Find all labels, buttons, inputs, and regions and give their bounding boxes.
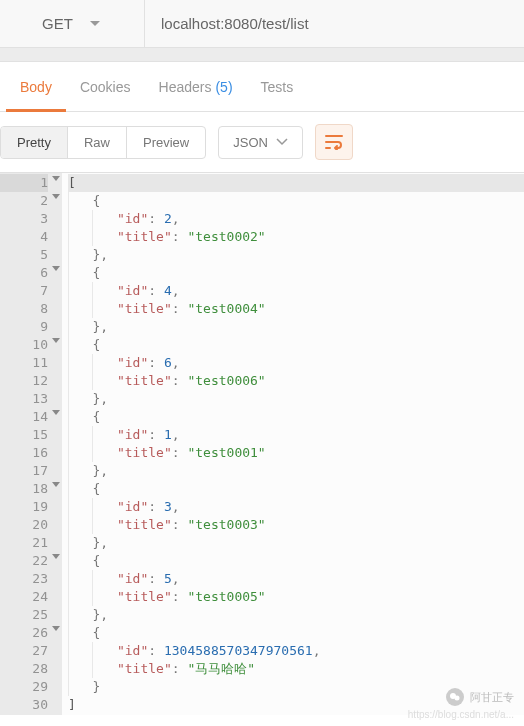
code-line: { bbox=[68, 624, 524, 642]
line-number: 6 bbox=[0, 264, 48, 282]
view-options-row: Pretty Raw Preview JSON bbox=[0, 112, 524, 173]
line-number: 15 bbox=[0, 426, 48, 444]
code-line: { bbox=[68, 552, 524, 570]
view-mode-group: Pretty Raw Preview bbox=[0, 126, 206, 159]
response-body: 1234567891011121314151617181920212223242… bbox=[0, 173, 524, 715]
code-line: }, bbox=[68, 462, 524, 480]
fold-icon[interactable] bbox=[52, 482, 60, 487]
code-line: "title": "test0006" bbox=[68, 372, 524, 390]
line-number: 9 bbox=[0, 318, 48, 336]
request-url-input[interactable]: localhost:8080/test/list bbox=[145, 0, 524, 47]
chevron-down-icon bbox=[89, 20, 101, 28]
line-number: 29 bbox=[0, 678, 48, 696]
code-line: { bbox=[68, 480, 524, 498]
chevron-down-icon bbox=[276, 138, 288, 146]
code-line: "id": 3, bbox=[68, 498, 524, 516]
line-number: 7 bbox=[0, 282, 48, 300]
code-line: "title": "test0004" bbox=[68, 300, 524, 318]
line-number: 16 bbox=[0, 444, 48, 462]
fold-icon[interactable] bbox=[52, 626, 60, 631]
line-number: 13 bbox=[0, 390, 48, 408]
http-method-label: GET bbox=[42, 15, 73, 32]
code-line: [ bbox=[68, 174, 524, 192]
code-line: }, bbox=[68, 390, 524, 408]
fold-icon[interactable] bbox=[52, 266, 60, 271]
pretty-button[interactable]: Pretty bbox=[1, 127, 68, 158]
line-number: 22 bbox=[0, 552, 48, 570]
line-number: 10 bbox=[0, 336, 48, 354]
tab-tests-label: Tests bbox=[261, 79, 294, 95]
line-number: 28 bbox=[0, 660, 48, 678]
raw-button[interactable]: Raw bbox=[68, 127, 127, 158]
preview-label: Preview bbox=[143, 135, 189, 150]
code-line: }, bbox=[68, 318, 524, 336]
line-number: 25 bbox=[0, 606, 48, 624]
code-line: { bbox=[68, 336, 524, 354]
wrap-lines-button[interactable] bbox=[315, 124, 353, 160]
line-gutter: 1234567891011121314151617181920212223242… bbox=[0, 173, 62, 715]
wechat-icon bbox=[446, 688, 464, 706]
code-line: }, bbox=[68, 534, 524, 552]
preview-button[interactable]: Preview bbox=[127, 127, 205, 158]
response-tabs: Body Cookies Headers (5) Tests bbox=[0, 62, 524, 112]
line-number: 30 bbox=[0, 696, 48, 714]
line-number: 18 bbox=[0, 480, 48, 498]
line-number: 24 bbox=[0, 588, 48, 606]
tab-cookies-label: Cookies bbox=[80, 79, 131, 95]
code-line: }, bbox=[68, 606, 524, 624]
fold-icon[interactable] bbox=[52, 194, 60, 199]
fold-icon[interactable] bbox=[52, 176, 60, 181]
code-line: }, bbox=[68, 246, 524, 264]
line-number: 3 bbox=[0, 210, 48, 228]
wrap-icon bbox=[324, 134, 344, 150]
watermark: 阿甘正专 bbox=[446, 688, 514, 706]
code-line: "title": "test0001" bbox=[68, 444, 524, 462]
line-number: 17 bbox=[0, 462, 48, 480]
code-line: "id": 4, bbox=[68, 282, 524, 300]
request-url-text: localhost:8080/test/list bbox=[161, 15, 309, 32]
code-content[interactable]: [ { "id": 2, "title": "test0002" }, { "i… bbox=[62, 173, 524, 715]
http-method-select[interactable]: GET bbox=[0, 0, 145, 47]
code-line: "title": "test0003" bbox=[68, 516, 524, 534]
tab-body-label: Body bbox=[20, 79, 52, 95]
line-number: 21 bbox=[0, 534, 48, 552]
line-number: 5 bbox=[0, 246, 48, 264]
watermark-name: 阿甘正专 bbox=[470, 690, 514, 705]
code-line: "title": "test0005" bbox=[68, 588, 524, 606]
line-number: 14 bbox=[0, 408, 48, 426]
separator-bar bbox=[0, 48, 524, 62]
line-number: 8 bbox=[0, 300, 48, 318]
svg-point-1 bbox=[455, 696, 460, 701]
request-row: GET localhost:8080/test/list bbox=[0, 0, 524, 48]
line-number: 20 bbox=[0, 516, 48, 534]
blog-url-watermark: https://blog.csdn.net/a... bbox=[408, 709, 514, 720]
code-line: { bbox=[68, 192, 524, 210]
fold-icon[interactable] bbox=[52, 410, 60, 415]
line-number: 19 bbox=[0, 498, 48, 516]
line-number: 2 bbox=[0, 192, 48, 210]
tab-headers-count: (5) bbox=[215, 79, 232, 95]
tab-body[interactable]: Body bbox=[6, 62, 66, 112]
tab-headers[interactable]: Headers (5) bbox=[145, 62, 247, 112]
pretty-label: Pretty bbox=[17, 135, 51, 150]
raw-label: Raw bbox=[84, 135, 110, 150]
line-number: 11 bbox=[0, 354, 48, 372]
line-number: 4 bbox=[0, 228, 48, 246]
line-number: 1 bbox=[0, 174, 48, 192]
line-number: 26 bbox=[0, 624, 48, 642]
code-line: "title": "马马哈哈" bbox=[68, 660, 524, 678]
code-line: "id": 1304588570347970561, bbox=[68, 642, 524, 660]
fold-icon[interactable] bbox=[52, 338, 60, 343]
tab-cookies[interactable]: Cookies bbox=[66, 62, 145, 112]
tab-tests[interactable]: Tests bbox=[247, 62, 308, 112]
tab-headers-label: Headers bbox=[159, 79, 212, 95]
code-line: { bbox=[68, 264, 524, 282]
code-line: { bbox=[68, 408, 524, 426]
code-line: "id": 5, bbox=[68, 570, 524, 588]
line-number: 12 bbox=[0, 372, 48, 390]
line-number: 27 bbox=[0, 642, 48, 660]
fold-icon[interactable] bbox=[52, 554, 60, 559]
format-label: JSON bbox=[233, 135, 268, 150]
format-select[interactable]: JSON bbox=[218, 126, 303, 159]
code-line: "id": 2, bbox=[68, 210, 524, 228]
